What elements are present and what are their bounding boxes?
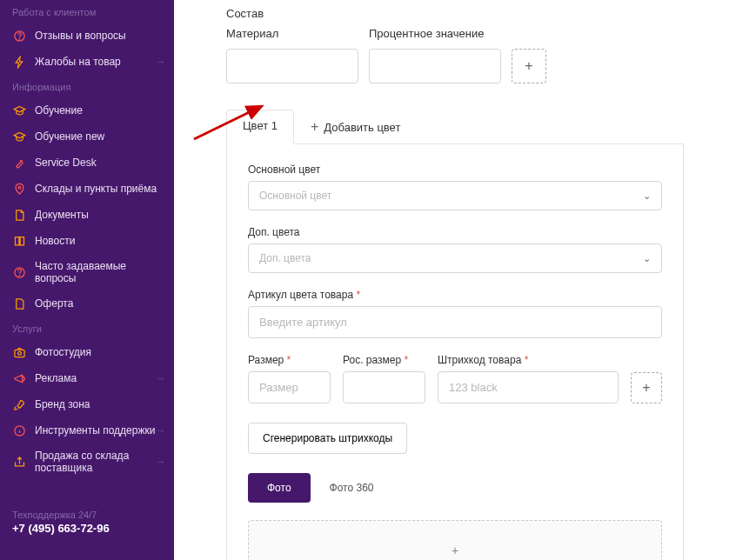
size-input[interactable] — [248, 371, 331, 403]
sidebar-label: Бренд зона — [35, 398, 90, 410]
section-info: Информация — [0, 75, 174, 97]
sidebar-label: Жалобы на товар — [35, 56, 121, 68]
barcode-input[interactable] — [438, 371, 619, 403]
sidebar-item-documents[interactable]: Документы — [0, 202, 174, 228]
question-circle-icon — [12, 29, 26, 43]
tab-color-1[interactable]: Цвет 1 — [226, 110, 294, 144]
select-placeholder: Основной цвет — [259, 190, 331, 202]
sidebar-label: Документы — [35, 209, 89, 221]
material-input[interactable] — [226, 49, 358, 83]
material-label: Материал — [226, 27, 358, 40]
support-label: Техподдержка 24/7 — [12, 510, 162, 520]
pin-icon — [12, 182, 26, 196]
section-client: Работа с клиентом — [0, 0, 174, 23]
book-icon — [12, 234, 26, 248]
document-icon — [12, 297, 26, 310]
wrench-icon — [12, 156, 26, 170]
photo-dropzone[interactable]: + Нажмите или перетяните сюда файл — [248, 520, 662, 560]
sidebar-label: Новости — [35, 235, 75, 247]
chevron-right-icon: → — [156, 57, 165, 67]
sidebar-item-brandzone[interactable]: Бренд зона — [0, 391, 174, 417]
tab-add-color[interactable]: + Добавить цвет — [294, 110, 417, 144]
composition-title: Состав — [226, 7, 684, 20]
percent-input[interactable] — [369, 49, 501, 83]
lightning-icon — [12, 55, 26, 69]
sidebar-label: Часто задаваемые вопросы — [35, 260, 162, 284]
sidebar-label: Инструменты поддержки — [35, 424, 155, 437]
sidebar-label: Продажа со склада поставщика — [35, 450, 162, 474]
plus-icon: + — [271, 543, 639, 557]
color-form: Основной цвет Основной цвет ⌄ Доп. цвета… — [226, 144, 684, 560]
sidebar-label: Склады и пункты приёма — [35, 183, 157, 195]
plus-icon: + — [311, 119, 318, 135]
sidebar-item-reviews[interactable]: Отзывы и вопросы — [0, 23, 174, 49]
sidebar-label: Отзывы и вопросы — [35, 30, 126, 42]
main-content: Состав Материал Процентное значение + Цв… — [174, 0, 736, 560]
sidebar-item-advertising[interactable]: Реклама → — [0, 365, 174, 391]
info-icon — [12, 423, 26, 437]
support-block: Техподдержка 24/7 +7 (495) 663-72-96 — [0, 497, 174, 547]
rossize-input[interactable] — [343, 371, 425, 403]
svg-point-4 — [19, 275, 20, 276]
sidebar-item-suppliersale[interactable]: Продажа со склада поставщика → — [0, 443, 174, 480]
svg-rect-5 — [14, 350, 23, 357]
percent-label: Процентное значение — [369, 27, 501, 40]
svg-point-1 — [19, 38, 20, 39]
share-icon — [12, 455, 26, 469]
add-composition-button[interactable]: + — [512, 49, 546, 83]
rocket-icon — [12, 397, 26, 411]
document-icon — [12, 208, 26, 222]
sidebar-label: Service Desk — [35, 157, 97, 169]
generate-barcodes-button[interactable]: Сгенерировать штрихкоды — [248, 423, 407, 454]
article-label: Артикул цвета товара * — [248, 289, 662, 301]
barcode-label: Штрихкод товара * — [438, 354, 619, 366]
tab-photo[interactable]: Фото — [248, 473, 311, 503]
sidebar-label: Оферта — [35, 297, 73, 310]
sidebar-item-supporttools[interactable]: Инструменты поддержки → — [0, 417, 174, 443]
camera-icon — [12, 345, 26, 359]
sidebar-item-photostudio[interactable]: Фотостудия — [0, 339, 174, 365]
sidebar-label: Обучение new — [35, 130, 104, 143]
sidebar-item-offer[interactable]: Оферта — [0, 290, 174, 317]
sidebar-item-education[interactable]: Обучение — [0, 97, 174, 123]
select-placeholder: Доп. цвета — [259, 252, 311, 264]
main-color-label: Основной цвет — [248, 163, 662, 176]
sidebar-item-complaints[interactable]: Жалобы на товар → — [0, 49, 174, 75]
sidebar-label: Фотостудия — [35, 346, 91, 358]
tab-photo-360[interactable]: Фото 360 — [311, 473, 393, 503]
plus-icon: + — [525, 58, 532, 74]
chevron-right-icon: → — [156, 425, 165, 436]
question-circle-icon — [12, 265, 26, 279]
main-color-select[interactable]: Основной цвет ⌄ — [248, 181, 662, 210]
sidebar-item-education-new[interactable]: Обучение new — [0, 123, 174, 150]
sidebar-item-service-desk[interactable]: Service Desk — [0, 150, 174, 176]
megaphone-icon — [12, 371, 26, 385]
support-phone: +7 (495) 663-72-96 — [12, 522, 162, 535]
sidebar-label: Обучение — [35, 104, 83, 117]
cap-icon — [12, 103, 26, 117]
section-services: Услуги — [0, 317, 174, 339]
svg-point-6 — [17, 351, 21, 355]
svg-point-2 — [18, 186, 21, 189]
plus-icon: + — [642, 380, 650, 396]
size-label: Размер * — [248, 354, 331, 366]
sidebar-item-faq[interactable]: Часто задаваемые вопросы — [0, 254, 174, 290]
add-size-button[interactable]: + — [631, 372, 662, 403]
cap-icon — [12, 130, 26, 143]
chevron-right-icon: → — [156, 373, 165, 383]
chevron-down-icon: ⌄ — [643, 253, 651, 264]
tab-add-label: Добавить цвет — [324, 121, 400, 134]
add-colors-select[interactable]: Доп. цвета ⌄ — [248, 243, 662, 273]
chevron-right-icon: → — [156, 457, 165, 467]
add-colors-label: Доп. цвета — [248, 226, 662, 238]
color-tabs: Цвет 1 + Добавить цвет — [226, 110, 684, 144]
sidebar-item-news[interactable]: Новости — [0, 228, 174, 254]
rossize-label: Рос. размер * — [343, 354, 425, 366]
chevron-down-icon: ⌄ — [643, 190, 651, 202]
sidebar: Работа с клиентом Отзывы и вопросы Жалоб… — [0, 0, 174, 560]
sidebar-label: Реклама — [35, 372, 77, 384]
photo-tabs: Фото Фото 360 — [248, 473, 662, 503]
article-input[interactable] — [248, 306, 662, 338]
sidebar-item-warehouses[interactable]: Склады и пункты приёма — [0, 176, 174, 202]
